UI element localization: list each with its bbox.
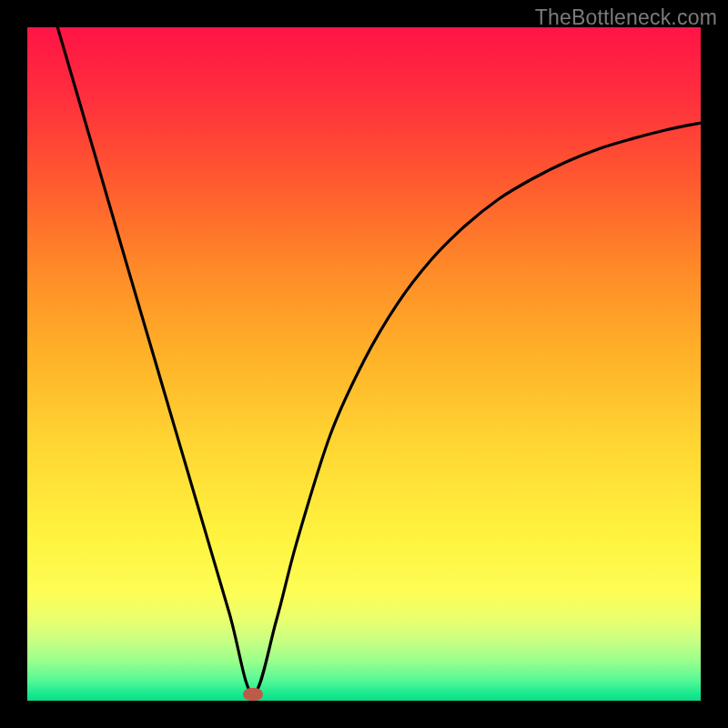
plot-area [27, 27, 701, 701]
bottleneck-curve [27, 27, 701, 701]
watermark-text: TheBottleneck.com [535, 5, 717, 30]
minimum-marker [243, 688, 263, 701]
chart-frame: TheBottleneck.com [0, 0, 728, 728]
